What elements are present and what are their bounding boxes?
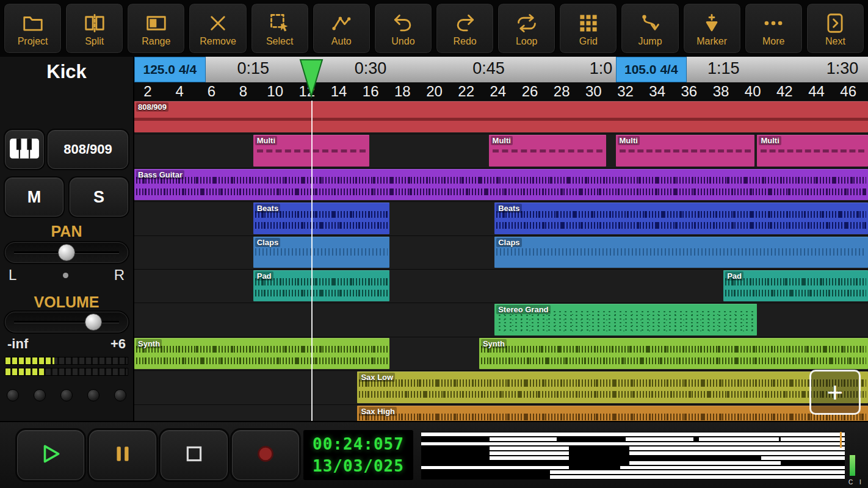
bar-number: 32 — [617, 83, 634, 100]
clip-label: Claps — [496, 238, 521, 247]
volume-knob[interactable] — [85, 314, 102, 331]
tempo-marker[interactable]: 105.0 4/4 — [616, 57, 687, 82]
level-meter-right — [5, 368, 128, 376]
time-label: 1:0 — [590, 59, 613, 78]
clip-multi[interactable]: Multi — [757, 135, 868, 166]
toolbar-button-split[interactable]: Split — [65, 3, 123, 54]
instrument-name-button[interactable]: 808/909 — [48, 130, 128, 169]
track-row-sax-low: Sax Low — [134, 371, 868, 404]
toolbar-button-project[interactable]: Project — [4, 3, 62, 54]
bar-number: 26 — [522, 83, 538, 100]
record-button[interactable] — [232, 430, 299, 480]
clip-stereo-grand[interactable]: Stereo Grand — [494, 304, 757, 335]
toolbar-button-jump[interactable]: Jump — [621, 3, 679, 54]
volume-min-label: -inf — [7, 336, 28, 352]
track-row-bass-guitar: Bass Guitar — [134, 168, 868, 202]
clip-beats[interactable]: Beats — [494, 203, 868, 234]
instrument-row: 808/909 — [5, 130, 128, 169]
volume-slider[interactable] — [5, 312, 128, 332]
track-row-synth: SynthSynth — [134, 337, 868, 371]
bar-number: 20 — [426, 83, 443, 100]
clip-claps[interactable]: Claps — [253, 237, 390, 268]
time-label: 0:30 — [355, 59, 387, 78]
solo-button[interactable]: S — [70, 178, 128, 217]
overview-block — [421, 442, 845, 446]
clip-synth[interactable]: Synth — [479, 338, 868, 369]
toolbar-button-label: Remove — [200, 36, 236, 47]
playhead-marker[interactable] — [299, 58, 324, 98]
overview-block — [629, 451, 845, 455]
track-row-multi: MultiMultiMultiMulti — [134, 134, 868, 168]
pan-center-dot — [63, 273, 68, 278]
bar-number: 16 — [363, 83, 379, 100]
bar-number: 2 — [143, 83, 151, 100]
indicator-knob — [34, 389, 46, 401]
clip-label: Multi — [491, 136, 513, 145]
clip-pad[interactable]: Pad — [253, 270, 390, 301]
overview-block — [550, 475, 845, 479]
output-meter-side: C I — [848, 431, 867, 486]
overview-block — [620, 466, 845, 470]
pan-slider[interactable] — [5, 242, 128, 263]
pan-scale: L R — [9, 267, 125, 284]
time-label: 0:45 — [472, 59, 505, 78]
toolbar-button-select[interactable]: Select — [251, 3, 309, 54]
auto-icon — [329, 10, 353, 36]
clip-sax-high[interactable]: Sax High — [357, 406, 868, 421]
clip-multi[interactable]: Multi — [489, 135, 606, 166]
record-icon — [254, 442, 277, 468]
toolbar-button-range[interactable]: Range — [127, 3, 185, 54]
toolbar-button-grid[interactable]: Grid — [559, 3, 617, 54]
pan-right-label: R — [114, 267, 125, 284]
jump-icon — [638, 10, 662, 36]
overview-block — [490, 437, 557, 441]
pause-button[interactable] — [89, 430, 156, 480]
toolbar-button-undo[interactable]: Undo — [374, 3, 432, 54]
toolbar-button-marker[interactable]: Marker — [683, 3, 741, 54]
playhead-line[interactable] — [311, 101, 313, 421]
time-ruler[interactable]: 0:150:300:451:01:151:30125.0 4/4105.0 4/… — [134, 57, 868, 82]
bar-number: 34 — [649, 83, 665, 100]
clip-sax-low[interactable]: Sax Low — [357, 371, 868, 403]
bar-number: 10 — [267, 83, 283, 100]
overview-block — [629, 461, 781, 465]
transport-bar: 00:24:057 13/03/025 C I — [0, 421, 868, 488]
arrangement-overview[interactable] — [421, 432, 845, 479]
clip-claps[interactable]: Claps — [494, 237, 868, 268]
track-row-808-909: 808/909 — [134, 101, 868, 134]
pan-knob[interactable] — [58, 244, 75, 261]
toolbar-button-auto[interactable]: Auto — [313, 3, 371, 54]
stop-button[interactable] — [161, 430, 228, 480]
instrument-picker-button[interactable] — [5, 130, 44, 169]
meter-caption: C I — [848, 479, 864, 486]
toolbar-button-label: Project — [18, 36, 48, 47]
mute-solo-row: M S — [5, 178, 128, 217]
clip-label: Bass Guitar — [136, 170, 184, 179]
clip-synth[interactable]: Synth — [134, 338, 389, 369]
clip-beats[interactable]: Beats — [253, 203, 390, 234]
toolbar-button-loop[interactable]: Loop — [497, 3, 555, 54]
clip-808-909[interactable]: 808/909 — [134, 101, 868, 132]
clip-multi[interactable]: Multi — [616, 135, 754, 166]
clip-pad[interactable]: Pad — [723, 270, 868, 301]
bar-number: 30 — [585, 83, 602, 100]
time-display: 00:24:057 13/03/025 — [303, 430, 413, 480]
toolbar-button-more[interactable]: More — [745, 3, 803, 54]
next-icon — [823, 10, 847, 36]
mute-button[interactable]: M — [5, 178, 63, 217]
toolbar-button-next[interactable]: Next — [806, 3, 864, 54]
folder-icon — [21, 10, 45, 36]
range-icon — [144, 10, 168, 36]
toolbar-button-remove[interactable]: Remove — [189, 3, 247, 54]
bar-number: 8 — [239, 83, 247, 100]
tempo-marker[interactable]: 125.0 4/4 — [134, 57, 206, 82]
toolbar-button-redo[interactable]: Redo — [436, 3, 494, 54]
overview-block — [421, 466, 569, 470]
clip-label: Pad — [725, 271, 743, 281]
split-icon — [82, 10, 107, 36]
play-button[interactable] — [17, 430, 84, 480]
track-row-sax-high: Sax High — [134, 405, 868, 421]
clip-bass-guitar[interactable]: Bass Guitar — [134, 169, 868, 200]
bar-ruler[interactable]: 2468101214161820222426283032343638404244… — [134, 82, 868, 101]
add-track-button[interactable]: + — [809, 370, 861, 415]
